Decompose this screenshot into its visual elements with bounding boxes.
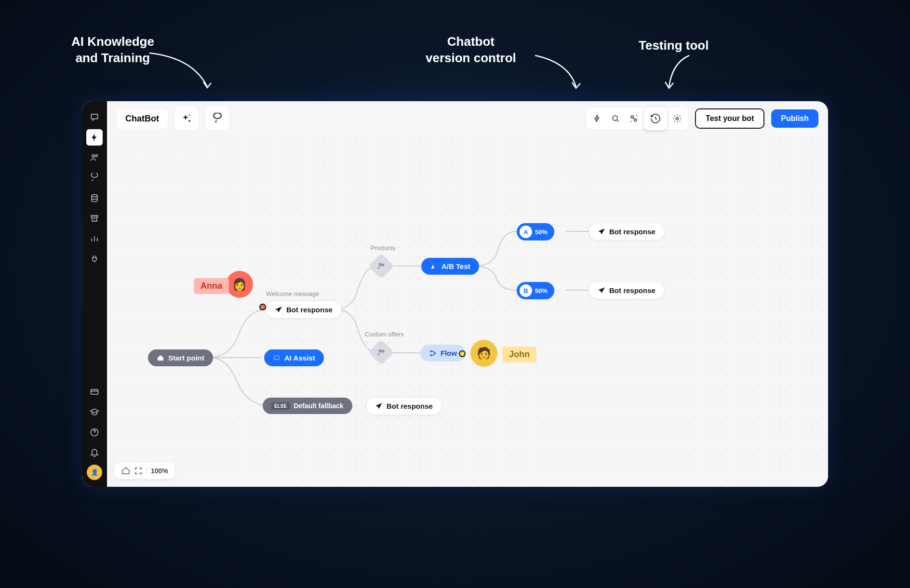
sidebar-bolt-icon[interactable]	[86, 129, 103, 146]
john-avatar: 🧑	[470, 340, 497, 367]
sidebar-conversation-icon[interactable]	[86, 170, 103, 186]
anna-label: Anna	[194, 278, 229, 294]
svg-point-0	[92, 155, 94, 157]
john-label: John	[502, 347, 536, 362]
node-label: Bot response	[387, 402, 433, 410]
callout-testing-tool: Testing tool	[639, 38, 709, 54]
variant-badge: A	[520, 226, 532, 238]
connectors	[107, 136, 828, 487]
zoom-level: 100%	[147, 467, 168, 475]
else-tag: ELSE	[271, 402, 290, 410]
svg-point-17	[434, 352, 436, 354]
svg-rect-3	[91, 215, 97, 217]
callout-version-control: Chatbot version control	[426, 34, 516, 67]
app-title: ChatBot	[117, 109, 168, 129]
sidebar-users-icon[interactable]	[86, 149, 103, 166]
variant-a-node[interactable]: A 50%	[517, 223, 554, 241]
svg-rect-4	[91, 389, 98, 394]
variant-pct: 50%	[535, 228, 548, 236]
arrow-icon	[530, 51, 588, 94]
node-label: Bot response	[609, 227, 656, 236]
anna-cursor-dot	[259, 304, 266, 310]
unplug-icon[interactable]	[625, 109, 643, 128]
variant-badge: B	[520, 284, 532, 297]
expand-icon[interactable]	[134, 467, 143, 475]
sidebar-database-icon[interactable]	[86, 190, 103, 206]
sidebar-education-icon[interactable]	[86, 404, 103, 420]
sidebar-bell-icon[interactable]	[86, 444, 103, 461]
bot-response-b-node[interactable]: Bot response	[589, 282, 664, 299]
sidebar-plug-icon[interactable]	[86, 251, 103, 267]
svg-point-6	[613, 116, 617, 120]
node-label: A/B Test	[442, 262, 470, 270]
sidebar: 👤	[82, 101, 107, 487]
variant-b-node[interactable]: B 50%	[517, 282, 554, 299]
bot-response-a-node[interactable]: Bot response	[589, 223, 664, 240]
history-icon[interactable]	[644, 107, 667, 130]
bot-response-fallback-node[interactable]: Bot response	[366, 398, 442, 414]
node-label: AI Assist	[284, 354, 315, 362]
search-icon[interactable]	[606, 109, 625, 128]
svg-point-15	[430, 350, 432, 352]
svg-point-16	[430, 354, 432, 356]
test-bot-button[interactable]: Test your bot	[695, 108, 764, 129]
sidebar-analytics-icon[interactable]	[86, 230, 103, 247]
abtest-node[interactable]: A/B Test	[421, 258, 479, 275]
arrow-icon	[145, 48, 222, 96]
svg-point-2	[92, 195, 97, 197]
toolbar-group	[586, 107, 688, 130]
arrow-icon	[660, 53, 699, 94]
custom-offers-label: Custom offers	[365, 331, 404, 338]
sidebar-chat-icon[interactable]	[86, 109, 103, 125]
svg-point-9	[676, 118, 679, 120]
node-label: Bot response	[609, 286, 656, 294]
home-icon[interactable]	[121, 467, 130, 475]
svg-point-12	[382, 264, 384, 266]
john-cursor-dot	[459, 350, 466, 357]
welcome-label: Welcome message	[266, 290, 319, 297]
topbar: ChatBot Test your bot Publish	[107, 101, 828, 136]
help-chat-button[interactable]	[205, 107, 229, 131]
svg-point-14	[382, 350, 384, 352]
products-label: Products	[371, 244, 395, 252]
variant-pct: 50%	[535, 287, 548, 294]
app-frame: 👤 ChatBot Test your bot Publish	[82, 101, 828, 487]
welcome-bot-response-node[interactable]: Bot response	[266, 301, 341, 318]
node-label: Default fallback	[294, 402, 343, 410]
node-label: Bot response	[286, 306, 333, 314]
flow-canvas[interactable]: Start point AI Assist Welcome message Bo…	[107, 136, 828, 487]
ai-assist-node[interactable]: AI Assist	[264, 349, 324, 366]
node-label: Flow	[441, 349, 457, 357]
zoom-controls: 100%	[115, 463, 175, 479]
sidebar-archive-icon[interactable]	[86, 210, 103, 227]
callout-ai-knowledge: AI Knowledge and Training	[71, 34, 154, 67]
default-fallback-node[interactable]: ELSE Default fallback	[263, 398, 352, 414]
sidebar-card-icon[interactable]	[86, 384, 103, 400]
sidebar-avatar[interactable]: 👤	[87, 465, 102, 480]
svg-point-11	[379, 264, 382, 266]
svg-point-13	[379, 350, 382, 352]
svg-point-1	[95, 155, 97, 157]
anna-avatar: 👩	[226, 271, 253, 298]
publish-button[interactable]: Publish	[771, 109, 818, 128]
bolt-icon[interactable]	[588, 109, 606, 128]
settings-icon[interactable]	[668, 109, 686, 128]
ai-sparkle-button[interactable]	[174, 107, 199, 131]
node-label: Start point	[168, 354, 204, 362]
start-node[interactable]: Start point	[148, 349, 213, 366]
sidebar-help-icon[interactable]	[86, 424, 103, 441]
